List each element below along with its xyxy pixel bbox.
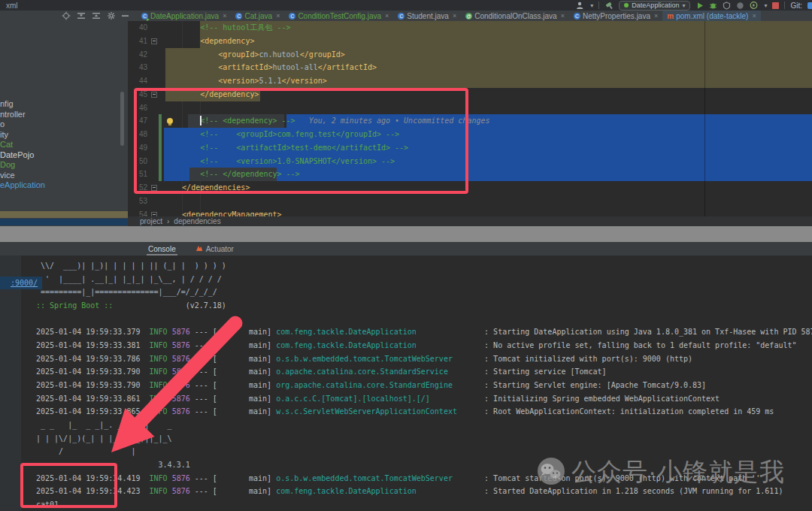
ide-window: xml ▾ DateApplication ▾	[0, 0, 812, 511]
git-label: Git:	[790, 2, 802, 10]
console-line: | | |\/|_)(_| | |_\ |_)||_|_\	[36, 432, 812, 446]
user-dropdown-icon[interactable]: ▾	[590, 2, 593, 9]
tab-ConditionalOnClass.java[interactable]: @ConditionalOnClass.java×	[461, 11, 569, 21]
code-line-43[interactable]: 43 <artifactId>hutool-all</artifactId>	[128, 61, 812, 74]
project-selected-row[interactable]	[0, 219, 128, 225]
breadcrumb-dependencies[interactable]: dependencies	[174, 217, 220, 225]
actuator-tab-label: Actuator	[206, 245, 234, 253]
class-run-icon: C	[141, 13, 148, 20]
editor-tabs: CDateApplication.java×CCat.java×CConditi…	[137, 11, 761, 21]
console-line: 2025-01-04 19:59:33.379 INFO 5876 --- [ …	[36, 325, 812, 339]
project-tree-item[interactable]: Cat	[0, 140, 13, 150]
line-number: 44	[128, 74, 147, 88]
coverage-button[interactable]	[723, 1, 731, 10]
close-icon[interactable]: ×	[561, 12, 565, 20]
panel-splitter[interactable]	[0, 226, 812, 242]
code-text: <groupId>cn.hutool</groupId>	[164, 48, 345, 62]
class-icon: C	[398, 13, 404, 20]
code-line-44[interactable]: 44 <version>5.1.1</version>	[128, 74, 812, 88]
tab-label: DateApplication.java	[150, 12, 219, 20]
run-button[interactable]	[695, 1, 704, 10]
fold-marker-icon[interactable]	[151, 38, 157, 44]
close-icon[interactable]: ×	[276, 12, 280, 20]
tab-Student.java[interactable]: CStudent.java×	[393, 11, 461, 21]
stop-button[interactable]	[772, 1, 779, 10]
tab-NettyProperties.java[interactable]: CNettyProperties.java×	[569, 11, 662, 21]
breadcrumb-project[interactable]: project	[140, 217, 162, 225]
user-account-icon[interactable]	[576, 1, 585, 10]
close-icon[interactable]: ×	[385, 12, 389, 20]
run-config-label: DateApplication	[632, 2, 679, 9]
project-tree-item[interactable]: nfig	[0, 99, 14, 110]
code-text: <dependency>	[164, 35, 254, 48]
tab-label: ConditionTestConfig.java	[298, 12, 381, 20]
collapse-all-icon[interactable]	[92, 11, 101, 20]
line-number: 40	[128, 21, 147, 35]
project-scrollbar[interactable]	[120, 92, 124, 146]
debug-button[interactable]	[709, 1, 717, 10]
console-line: :: Spring Boot :: (v2.7.18)	[36, 299, 812, 313]
locate-file-icon[interactable]	[62, 11, 71, 20]
code-line-41[interactable]: 41 <dependency>	[128, 35, 812, 48]
project-tree-item[interactable]: Dog	[0, 160, 15, 171]
watermark-text: 公众号·小锋就是我	[571, 455, 785, 489]
tab-actuator[interactable]: Actuator	[194, 243, 235, 256]
close-icon[interactable]: ×	[223, 12, 226, 20]
project-highlight-row	[0, 211, 128, 218]
wechat-icon	[537, 457, 565, 488]
tab-label: Cat.java	[244, 12, 272, 20]
project-tree-item[interactable]: ity	[0, 130, 8, 141]
project-tree-item[interactable]: eApplication	[0, 180, 45, 191]
project-tree-item[interactable]: DatePojo	[0, 150, 34, 161]
console-line: 2025-01-04 19:59:33.865 INFO 5876 --- [ …	[36, 405, 812, 419]
console-line: _ _ |_ _ _|_. ___ _ | _	[36, 419, 812, 432]
close-icon[interactable]: ×	[453, 12, 456, 20]
annotation-icon: @	[465, 13, 472, 20]
run-config-dropdown-icon: ▾	[682, 2, 685, 9]
project-tree-item[interactable]: ntroller	[0, 110, 26, 120]
console-line: ' |____| .__|_| |_|_| |_\__, | / / / /	[36, 273, 812, 286]
tab-Cat.java[interactable]: CCat.java×	[231, 11, 284, 21]
code-line-40[interactable]: 40 <!-- hutool工具包 -->	[128, 21, 812, 35]
class-icon: C	[574, 13, 580, 20]
tab-DateApplication.java[interactable]: CDateApplication.java×	[137, 11, 231, 21]
build-hammer-icon[interactable]	[604, 1, 614, 10]
title-bar: xml ▾ DateApplication ▾	[0, 0, 812, 11]
code-line-53[interactable]: 53	[128, 195, 812, 208]
hide-panel-icon[interactable]	[122, 11, 129, 20]
tab-pom.xml (date-tackle)[interactable]: mpom.xml (date-tackle)×	[662, 11, 760, 21]
line-number: 53	[128, 195, 147, 208]
console-line: 2025-01-04 19:59:33.790 INFO 5876 --- [ …	[36, 379, 812, 392]
line-number: 42	[128, 48, 147, 62]
run-configuration-select[interactable]: DateApplication ▾	[619, 1, 690, 11]
run-anything-dropdown-icon[interactable]: ▾	[764, 2, 767, 9]
profiler-button[interactable]	[736, 1, 744, 10]
toolbar-divider	[784, 2, 785, 9]
close-icon[interactable]: ×	[752, 12, 756, 20]
breadcrumb: project › dependencies	[128, 216, 812, 226]
hard-wrap-guide	[704, 21, 705, 226]
tab-console[interactable]: Console	[147, 243, 177, 256]
toolbar-divider	[598, 2, 599, 9]
close-icon[interactable]: ×	[654, 12, 658, 20]
tab-label: ConditionalOnClass.java	[474, 12, 557, 20]
code-text: <version>5.1.1</version>	[164, 74, 327, 88]
code-line-42[interactable]: 42 <groupId>cn.hutool</groupId>	[128, 48, 812, 62]
console-line: 2025-01-04 19:59:33.786 INFO 5876 --- [ …	[36, 352, 812, 366]
tab-label: Student.java	[407, 12, 449, 20]
line-number: 41	[128, 35, 147, 48]
actuator-icon	[195, 245, 203, 253]
maven-icon: m	[667, 13, 674, 20]
project-tree-item[interactable]: o	[0, 119, 5, 130]
console-line: 2025-01-04 19:59:33.861 INFO 5876 --- [ …	[36, 392, 812, 406]
project-tree-item[interactable]: vice	[0, 171, 15, 181]
tab-ConditionTestConfig.java[interactable]: CConditionTestConfig.java×	[284, 11, 393, 21]
settings-gear-icon[interactable]	[107, 11, 116, 20]
run-anything-button[interactable]	[750, 1, 759, 10]
git-branch-icon[interactable]	[807, 2, 812, 9]
scroll-from-source-icon[interactable]	[77, 11, 86, 20]
console-line: 2025-01-04 19:59:33.381 INFO 5876 --- [ …	[36, 339, 812, 352]
editor-toolbar-icons	[62, 11, 129, 21]
project-tree-panel[interactable]: nfigntrolleroityCatDatePojoDogviceeAppli…	[0, 21, 128, 226]
console-gutter	[0, 256, 21, 511]
